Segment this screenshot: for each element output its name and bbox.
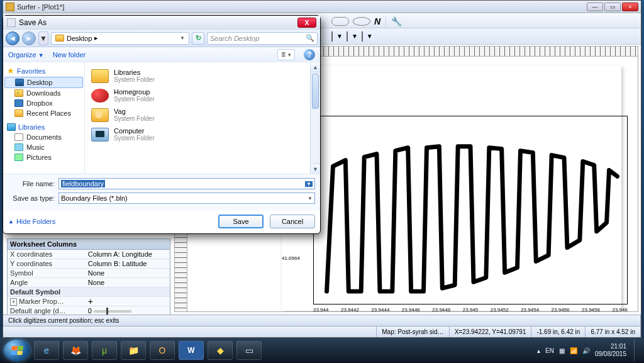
nav-libraries[interactable]: Libraries <box>4 122 83 132</box>
taskbar-window[interactable]: ▭ <box>236 341 262 360</box>
prop-row[interactable]: AngleNone <box>8 278 170 288</box>
status-pos: -1.69 in, 6.42 in <box>531 327 586 337</box>
desktop-icon <box>15 79 24 86</box>
refresh-button[interactable]: ↻ <box>192 32 204 45</box>
computer-icon <box>91 128 109 142</box>
filename-field[interactable]: fieldboundary▼ <box>58 178 315 189</box>
view-mode-button[interactable]: ≣ ▾ <box>277 49 295 60</box>
libraries-icon <box>7 123 16 131</box>
taskbar: e 🦊 μ 📁 O W ◆ ▭ ▴ EN ▦ 📶 🔊 21:01 09/08/2… <box>0 338 644 363</box>
prop-row[interactable]: SymbolNone <box>8 269 170 278</box>
documents-icon <box>14 133 23 141</box>
dialog-title: Save As <box>19 18 47 27</box>
y-axis-label: 41.0964 <box>282 255 300 261</box>
status-xy: X=23.94222, Y=41.09791 <box>450 327 532 337</box>
app-titlebar: Surfer - [Plot1*] — ▭ × <box>3 1 641 13</box>
status-size: 6.77 in x 4.52 in <box>586 327 641 337</box>
start-button[interactable] <box>4 340 30 361</box>
dialog-close-button[interactable]: X <box>297 18 316 28</box>
taskbar-surfer[interactable]: ◆ <box>208 341 233 360</box>
wrench-icon[interactable]: 🔧 <box>391 16 402 26</box>
status-map: Map: Post-syrah sid… <box>377 327 449 337</box>
recent-icon <box>14 109 23 117</box>
file-list[interactable]: LibrariesSystem Folder HomegroupSystem F… <box>85 62 310 174</box>
file-item-libraries[interactable]: LibrariesSystem Folder <box>90 66 305 86</box>
nav-favorites[interactable]: ★Favorites <box>4 65 83 77</box>
filename-label: File name: <box>8 180 55 187</box>
app-icon <box>6 3 14 11</box>
scroll-thumb[interactable] <box>312 74 319 109</box>
file-scrollbar[interactable]: ▲ ▼ <box>310 62 320 174</box>
nav-item-pictures[interactable]: Pictures <box>4 152 83 162</box>
folder-icon <box>55 35 64 42</box>
scroll-up[interactable]: ▲ <box>311 62 320 72</box>
pictures-icon <box>14 154 23 161</box>
tray-clock[interactable]: 21:01 09/08/2015 <box>595 343 626 358</box>
downloads-icon <box>14 89 23 97</box>
libraries-folder-icon <box>91 69 109 83</box>
rounded-rect-tool[interactable] <box>331 17 349 26</box>
dropbox-icon <box>14 99 23 107</box>
prop-row[interactable]: +Marker Prop…+ <box>8 297 170 306</box>
taskbar-outlook[interactable]: O <box>150 341 175 360</box>
tray-network-icon[interactable]: 📶 <box>570 347 577 354</box>
new-folder-button[interactable]: New folder <box>53 51 86 59</box>
taskbar-explorer[interactable]: 📁 <box>121 341 146 360</box>
stroke-swatch[interactable] <box>331 31 333 42</box>
properties-section1: Worksheet Columns <box>8 239 170 250</box>
system-tray: ▴ EN ▦ 📶 🔊 21:01 09/08/2015 <box>537 340 640 361</box>
help-button[interactable]: ? <box>304 49 315 60</box>
forward-button[interactable]: ► <box>22 31 36 45</box>
history-button[interactable]: ▼ <box>38 31 48 45</box>
plot-frame <box>313 116 628 304</box>
nav-item-recent[interactable]: Recent Places <box>4 108 83 118</box>
tray-expand[interactable]: ▴ <box>537 347 540 354</box>
fill-swatch[interactable] <box>347 31 348 42</box>
star-icon: ★ <box>7 66 14 75</box>
maximize-button[interactable]: ▭ <box>604 3 621 11</box>
nav-item-dropbox[interactable]: Dropbox <box>4 98 83 108</box>
nav-item-downloads[interactable]: Downloads <box>4 88 83 98</box>
scroll-down[interactable]: ▼ <box>311 164 320 174</box>
save-button[interactable]: Save <box>218 215 264 228</box>
status-coords: Map: Post-syrah sid… X=23.94222, Y=41.09… <box>3 326 641 337</box>
taskbar-firefox[interactable]: 🦊 <box>63 341 88 360</box>
save-as-dialog: Save As X ◄ ► ▼ Desktop ▸ ▼ ↻ Search Des… <box>3 15 321 234</box>
show-desktop-button[interactable] <box>634 340 640 361</box>
dialog-icon <box>7 18 16 27</box>
prop-row[interactable]: Y coordinatesColumn B: Latitude <box>8 259 170 269</box>
tray-flag-icon[interactable]: ▦ <box>559 347 565 354</box>
nav-item-desktop[interactable]: Desktop <box>4 77 83 88</box>
minimize-button[interactable]: — <box>587 3 603 11</box>
homegroup-icon <box>91 89 109 103</box>
file-item-computer[interactable]: ComputerSystem Folder <box>90 125 305 144</box>
search-input[interactable]: Search Desktop 🔍 <box>207 32 318 45</box>
nav-item-documents[interactable]: Documents <box>4 132 83 142</box>
filetype-field[interactable]: Boundary Files (*.bln)▼ <box>58 193 315 204</box>
nav-pane: ★Favorites Desktop Downloads Dropbox Rec… <box>3 62 85 174</box>
filetype-label: Save as type: <box>8 194 55 202</box>
nav-item-music[interactable]: Music <box>4 142 83 152</box>
tray-volume-icon[interactable]: 🔊 <box>582 347 590 354</box>
file-item-user[interactable]: VagSystem Folder <box>90 105 305 125</box>
ellipse-tool[interactable] <box>353 17 370 26</box>
taskbar-ie[interactable]: e <box>34 341 59 360</box>
taskbar-word[interactable]: W <box>179 341 204 360</box>
breadcrumb[interactable]: Desktop ▸ ▼ <box>51 32 189 45</box>
tray-lang[interactable]: EN <box>545 347 554 354</box>
taskbar-utorrent[interactable]: μ <box>92 341 117 360</box>
cancel-button[interactable]: Cancel <box>270 215 315 228</box>
search-icon: 🔍 <box>306 34 314 42</box>
spline-tool[interactable]: N <box>374 16 380 26</box>
prop-row[interactable]: X coordinatesColumn A: Longitude <box>8 250 170 259</box>
organize-menu[interactable]: Organize ▼ <box>8 51 44 59</box>
user-folder-icon <box>91 108 109 122</box>
file-item-homegroup[interactable]: HomegroupSystem Folder <box>90 86 305 105</box>
close-button[interactable]: × <box>622 3 638 11</box>
alt-swatch[interactable] <box>362 31 363 42</box>
music-icon <box>14 143 23 151</box>
back-button[interactable]: ◄ <box>6 31 19 45</box>
x-axis-ticks: 23.94423.944223.944423.944623.944823.945… <box>313 307 628 312</box>
status-hint: Click digitizes current position; esc ex… <box>3 315 641 326</box>
hide-folders-toggle[interactable]: ▲Hide Folders <box>8 218 55 225</box>
